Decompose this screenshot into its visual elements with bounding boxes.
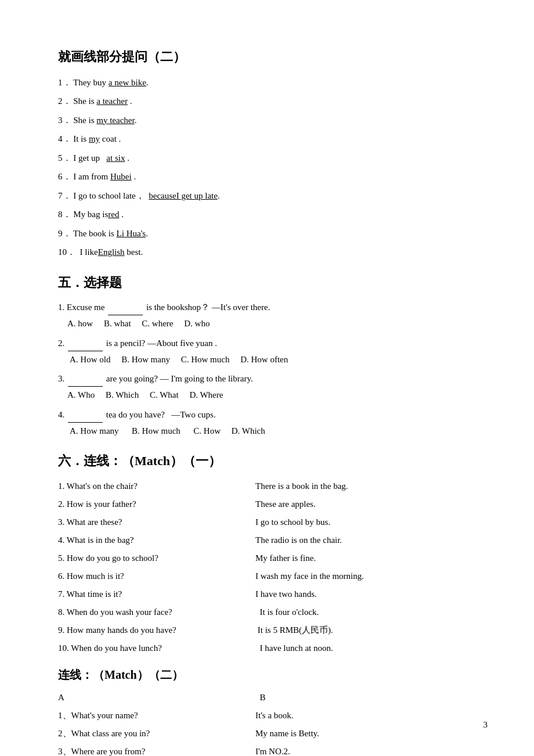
match-ab-header: A B (58, 690, 488, 705)
choices: A. how B. what C. where D. who (67, 315, 488, 332)
s5-q1: 1. Excuse me is the bookshop？ —It's over… (58, 300, 488, 332)
list-item: 6． I am from Hubei . (58, 168, 488, 185)
match-right: I have lunch at noon. (255, 640, 488, 656)
match-two-list: 1、What's your name? It's a book. 2、What … (58, 708, 488, 756)
q-num: 9． (58, 229, 71, 238)
match-row: 1. What's on the chair? There is a book … (58, 478, 488, 494)
s5-q2: 2. is a pencil? —About five yuan . A. Ho… (58, 336, 488, 368)
header-b: B (255, 690, 488, 705)
match-left: 9. How many hands do you have? (58, 622, 255, 638)
match-left: 7. What time is it? (58, 586, 255, 602)
match-a: 1、What's your name? (58, 708, 255, 723)
match-a: 3、Where are you from? (58, 744, 255, 756)
match-right: I go to school by bus. (255, 514, 488, 530)
q-num: 5． (58, 153, 71, 163)
underline-text: Li Hua's (117, 229, 146, 238)
q-num: 6． (58, 172, 71, 181)
match-row: 2. How is your father? These are apples. (58, 496, 488, 512)
document-wrapper: 就画线部分提问（二） 1． They buy a new bike. 2． Sh… (58, 45, 488, 756)
match-row: 8. When do you wash your face? It is fou… (58, 604, 488, 620)
q-text: My bag isred . (73, 210, 124, 219)
q-text: They buy a new bike. (73, 78, 149, 87)
list-item: 1． They buy a new bike. (58, 74, 488, 91)
q-text: The book is Li Hua's. (73, 229, 148, 238)
match-right: These are apples. (255, 496, 488, 512)
list-item: 4． It is my coat . (58, 131, 488, 147)
list-item: 9． The book is Li Hua's. (58, 225, 488, 242)
match-row: 2、What class are you in? My name is Bett… (58, 726, 488, 741)
match-one-list: 1. What's on the chair? There is a book … (58, 478, 488, 656)
match-right: I wash my face in the morning. (255, 568, 488, 584)
match-left: 5. How do you go to school? (58, 550, 255, 566)
section4-title: 就画线部分提问（二） (58, 45, 488, 69)
s5-q3: 3. are you going? — I'm going to the lib… (58, 371, 488, 404)
q-text: I go to school late， becauseI get up lat… (73, 191, 219, 200)
match-right: My father is fine. (255, 550, 488, 566)
q-text: She is my teacher. (73, 116, 136, 125)
q-line: 1. Excuse me is the bookshop？ —It's over… (58, 300, 488, 315)
choices: A. How old B. How many C. How much D. Ho… (70, 351, 488, 368)
match-row: 4. What is in the bag? The radio is on t… (58, 532, 488, 548)
q-num: 2． (58, 96, 71, 106)
q-num: 3． (58, 116, 71, 125)
underline-text: at six (106, 153, 125, 163)
q-text: She is a teacher . (73, 96, 132, 106)
section4: 就画线部分提问（二） 1． They buy a new bike. 2． Sh… (58, 45, 488, 261)
q-text: It is my coat . (73, 134, 121, 143)
q-num: 7． (58, 191, 71, 200)
underline-text: a new bike (109, 78, 146, 87)
q-text: I am from Hubei . (73, 172, 136, 181)
match-left: 2. How is your father? (58, 496, 255, 512)
q-num: 8． (58, 210, 71, 219)
section5-title: 五．选择题 (58, 271, 488, 294)
match-right: The radio is on the chair. (255, 532, 488, 548)
section6b-title: 连线：（Match）（二） (58, 664, 488, 685)
match-left: 1. What's on the chair? (58, 478, 255, 494)
match-right: It is 5 RMB(人民币). (255, 622, 488, 638)
list-item: 5． I get up at six . (58, 150, 488, 167)
q-text: I likeEnglish best. (78, 247, 143, 257)
list-item: 7． I go to school late， becauseI get up … (58, 188, 488, 204)
match-row: 9. How many hands do you have? It is 5 R… (58, 622, 488, 638)
section4-questions: 1． They buy a new bike. 2． She is a teac… (58, 74, 488, 261)
s5-q4: 4. tea do you have? —Two cups. A. How ma… (58, 407, 488, 440)
match-b: It's a book. (255, 708, 488, 723)
match-row: 6. How much is it? I wash my face in the… (58, 568, 488, 584)
section5: 五．选择题 1. Excuse me is the bookshop？ —It'… (58, 271, 488, 440)
choices: A. How many B. How much C. How D. Which (70, 423, 488, 440)
q-line: 2. is a pencil? —About five yuan . (58, 336, 488, 351)
underline-text: my (89, 134, 100, 143)
underline-text: my teacher (96, 116, 134, 125)
list-item: 2． She is a teacher . (58, 93, 488, 110)
section6a: 六．连线：（Match）（一） 1. What's on the chair? … (58, 449, 488, 656)
match-right: I have two hands. (255, 586, 488, 602)
header-a: A (58, 690, 255, 705)
match-row: 10. When do you have lunch? I have lunch… (58, 640, 488, 656)
section6b: 连线：（Match）（二） A B 1、What's your name? It… (58, 664, 488, 756)
list-item: 10． I likeEnglish best. (58, 244, 488, 261)
match-b: I'm NO.2. (255, 744, 488, 756)
match-right: It is four o'clock. (255, 604, 488, 620)
match-row: 3. What are these? I go to school by bus… (58, 514, 488, 530)
choices: A. Who B. Which C. What D. Where (67, 387, 488, 404)
list-item: 3． She is my teacher. (58, 112, 488, 129)
list-item: 8． My bag isred . (58, 206, 488, 223)
match-row: 5. How do you go to school? My father is… (58, 550, 488, 566)
underline-text: Hubei (110, 172, 132, 181)
underline-text: red (108, 210, 119, 219)
match-left: 4. What is in the bag? (58, 532, 255, 548)
match-right: There is a book in the bag. (255, 478, 488, 494)
match-left: 8. When do you wash your face? (58, 604, 255, 620)
match-left: 6. How much is it? (58, 568, 255, 584)
match-row: 1、What's your name? It's a book. (58, 708, 488, 723)
underline-text: becauseI get up late (149, 191, 218, 200)
page-number: 3 (484, 717, 488, 733)
match-a: 2、What class are you in? (58, 726, 255, 741)
match-row: 3、Where are you from? I'm NO.2. (58, 744, 488, 756)
match-b: My name is Betty. (255, 726, 488, 741)
match-row: 7. What time is it? I have two hands. (58, 586, 488, 602)
q-num: 4． (58, 134, 71, 143)
q-num: 1． (58, 78, 71, 87)
q-line: 3. are you going? — I'm going to the lib… (58, 371, 488, 387)
q-num: 10． (58, 247, 75, 257)
